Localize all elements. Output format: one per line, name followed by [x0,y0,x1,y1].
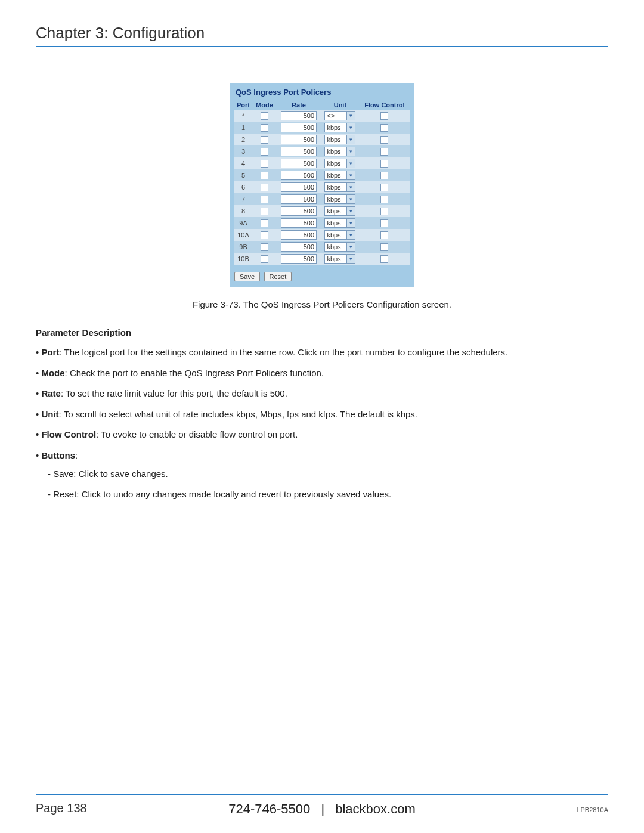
param-label: Mode [41,368,64,378]
port-cell[interactable]: 4 [234,157,252,169]
port-cell[interactable]: 3 [234,145,252,157]
param-item: Flow Control: To evoke to enable or disa… [36,428,608,442]
mode-checkbox[interactable] [261,219,268,227]
param-label: Port [41,347,59,357]
rate-input[interactable]: 500 [281,254,317,264]
flowcontrol-cell [360,229,410,241]
rate-input[interactable]: 500 [281,135,317,144]
rate-input[interactable]: 500 [281,182,317,192]
unit-select[interactable]: kbps▾ [324,206,355,216]
unit-cell: kbps▾ [321,169,360,181]
param-item: Rate: To set the rate limit value for th… [36,387,608,401]
flowcontrol-checkbox[interactable] [380,196,388,203]
mode-checkbox[interactable] [261,112,268,120]
flowcontrol-checkbox[interactable] [380,208,388,215]
policer-table: Port Mode Rate Unit Flow Control *500<>▾… [234,100,410,265]
rate-input[interactable]: 500 [281,159,317,168]
rate-input[interactable]: 500 [281,218,317,228]
flowcontrol-cell [360,145,410,157]
flowcontrol-checkbox[interactable] [380,148,388,156]
rate-cell: 500 [277,193,321,205]
unit-select[interactable]: kbps▾ [324,135,355,144]
unit-select[interactable]: kbps▾ [324,123,355,132]
mode-checkbox[interactable] [261,231,268,239]
mode-cell [252,205,277,217]
save-button[interactable]: Save [234,272,260,281]
flowcontrol-checkbox[interactable] [380,172,388,179]
flowcontrol-checkbox[interactable] [380,160,388,168]
flowcontrol-cell [360,134,410,145]
flowcontrol-checkbox[interactable] [380,124,388,132]
port-cell[interactable]: 7 [234,193,252,205]
mode-cell [252,241,277,253]
table-row: 4500kbps▾ [234,157,410,169]
unit-select[interactable]: <>▾ [324,111,355,120]
rate-input[interactable]: 500 [281,242,317,252]
unit-cell: kbps▾ [321,134,360,145]
flowcontrol-checkbox[interactable] [380,112,388,120]
port-cell[interactable]: 9B [234,241,252,253]
param-item: Buttons:Save: Click to save changes.Rese… [36,449,608,502]
port-cell[interactable]: 10B [234,253,252,265]
unit-select[interactable]: kbps▾ [324,194,355,204]
mode-checkbox[interactable] [261,196,268,203]
reset-button[interactable]: Reset [264,272,292,281]
flowcontrol-checkbox[interactable] [380,255,388,263]
table-row: *500<>▾ [234,110,410,122]
mode-cell [252,229,277,241]
rate-input[interactable]: 500 [281,147,317,156]
port-cell[interactable]: 10A [234,229,252,241]
param-text: : [75,450,78,460]
param-label: Unit [41,409,58,419]
rate-input[interactable]: 500 [281,171,317,180]
mode-checkbox[interactable] [261,208,268,215]
port-cell[interactable]: 9A [234,217,252,229]
rate-input[interactable]: 500 [281,194,317,204]
unit-cell: kbps▾ [321,181,360,193]
unit-select[interactable]: kbps▾ [324,230,355,240]
rate-input[interactable]: 500 [281,123,317,132]
unit-cell: kbps▾ [321,205,360,217]
flowcontrol-checkbox[interactable] [380,243,388,251]
flowcontrol-checkbox[interactable] [380,231,388,239]
col-flowcontrol: Flow Control [360,100,410,110]
chevron-down-icon: ▾ [346,255,355,263]
chevron-down-icon: ▾ [346,135,355,144]
mode-checkbox[interactable] [261,255,268,263]
rate-input[interactable]: 500 [281,111,317,120]
mode-checkbox[interactable] [261,184,268,191]
flowcontrol-checkbox[interactable] [380,184,388,191]
flowcontrol-checkbox[interactable] [380,136,388,144]
mode-checkbox[interactable] [261,243,268,251]
unit-select[interactable]: kbps▾ [324,218,355,228]
port-cell[interactable]: 6 [234,181,252,193]
flowcontrol-checkbox[interactable] [380,219,388,227]
port-cell[interactable]: * [234,110,252,122]
mode-checkbox[interactable] [261,172,268,179]
flowcontrol-cell [360,181,410,193]
footer-contact: 724-746-5500 | blackbox.com [228,801,416,817]
table-header-row: Port Mode Rate Unit Flow Control [234,100,410,110]
unit-select[interactable]: kbps▾ [324,254,355,264]
port-cell[interactable]: 5 [234,169,252,181]
chevron-down-icon: ▾ [346,147,355,156]
mode-checkbox[interactable] [261,124,268,132]
port-cell[interactable]: 2 [234,134,252,145]
unit-select[interactable]: kbps▾ [324,171,355,180]
unit-select[interactable]: kbps▾ [324,182,355,192]
port-cell[interactable]: 8 [234,205,252,217]
rate-cell: 500 [277,145,321,157]
mode-checkbox[interactable] [261,160,268,168]
unit-select[interactable]: kbps▾ [324,147,355,156]
port-cell[interactable]: 1 [234,122,252,134]
mode-checkbox[interactable] [261,136,268,144]
footer-phone: 724-746-5500 [228,801,310,816]
rate-input[interactable]: 500 [281,206,317,216]
unit-select[interactable]: kbps▾ [324,242,355,252]
unit-select[interactable]: kbps▾ [324,159,355,168]
rate-input[interactable]: 500 [281,230,317,240]
unit-cell: kbps▾ [321,229,360,241]
flowcontrol-cell [360,157,410,169]
mode-checkbox[interactable] [261,148,268,156]
chevron-down-icon: ▾ [346,219,355,227]
